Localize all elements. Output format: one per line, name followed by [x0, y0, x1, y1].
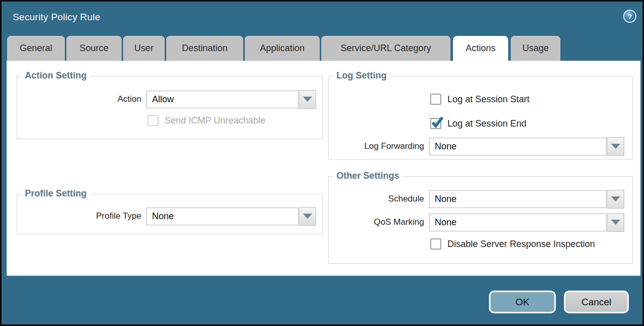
profile-type-select-field[interactable]: None [146, 208, 298, 225]
tab-user[interactable]: User [123, 36, 165, 61]
log-session-start-checkbox[interactable] [430, 94, 441, 105]
action-row: Action Allow [17, 90, 322, 108]
log-session-end-label: Log at Session End [447, 118, 526, 129]
schedule-select-field[interactable]: None [429, 190, 607, 208]
other-settings-legend: Other Settings [333, 171, 403, 181]
profile-type-select-value: None [152, 211, 174, 222]
profile-type-select-arrow-button[interactable] [299, 207, 316, 226]
icmp-unreachable-row: Send ICMP Unreachable [147, 115, 266, 126]
checkmark-icon [431, 116, 444, 129]
action-select[interactable]: Allow [146, 90, 316, 109]
qos-marking-row: QoS Marking None [329, 213, 632, 231]
tab-general[interactable]: General [7, 36, 65, 61]
log-forwarding-select[interactable]: None [429, 137, 624, 156]
log-session-start-row: Log at Session Start [430, 94, 529, 105]
chevron-down-icon [611, 196, 620, 201]
qos-marking-label: QoS Marking [329, 217, 424, 227]
log-forwarding-select-arrow-button[interactable] [607, 137, 624, 156]
log-session-end-row: Log at Session End [430, 118, 526, 129]
cancel-button[interactable]: Cancel [564, 291, 629, 313]
tab-application[interactable]: Application [245, 36, 320, 61]
log-session-end-checkbox[interactable] [430, 118, 441, 129]
action-select-arrow-button[interactable] [299, 90, 316, 109]
disable-server-response-inspection-checkbox[interactable] [430, 238, 441, 250]
security-policy-rule-dialog: Security Policy Rule ? General Source Us… [0, 0, 644, 326]
action-select-field[interactable]: Allow [146, 91, 298, 108]
log-forwarding-label: Log Forwarding [329, 141, 424, 151]
chevron-down-icon [611, 144, 620, 149]
schedule-select-value: None [435, 194, 457, 205]
chevron-down-icon [611, 220, 620, 225]
schedule-label: Schedule [329, 194, 424, 204]
tab-service-url-category[interactable]: Service/URL Category [321, 36, 450, 61]
question-mark-glyph: ? [627, 12, 632, 21]
tab-source[interactable]: Source [66, 36, 122, 61]
profile-setting-group: Profile Setting Profile Type None [17, 194, 323, 234]
profile-type-select[interactable]: None [146, 207, 316, 226]
qos-marking-select-arrow-button[interactable] [607, 213, 624, 232]
actions-tab-panel: Action Setting Action Allow Send ICMP Un… [7, 61, 640, 276]
tab-bar: General Source User Destination Applicat… [2, 36, 642, 61]
tab-actions[interactable]: Actions [453, 36, 508, 61]
profile-type-label: Profile Type [17, 211, 141, 221]
dialog-title: Security Policy Rule [13, 12, 100, 23]
log-forwarding-row: Log Forwarding None [329, 137, 632, 155]
profile-type-row: Profile Type None [17, 207, 322, 225]
qos-marking-select[interactable]: None [429, 213, 624, 232]
other-settings-group: Other Settings Schedule None QoS Marking… [328, 176, 633, 264]
schedule-row: Schedule None [329, 190, 632, 208]
log-forwarding-select-value: None [435, 141, 457, 152]
action-setting-legend: Action Setting [21, 70, 90, 81]
chevron-down-icon [303, 214, 312, 219]
tab-usage[interactable]: Usage [511, 36, 560, 61]
action-select-value: Allow [152, 94, 174, 105]
chevron-down-icon [303, 97, 312, 102]
action-setting-group: Action Setting Action Allow Send ICMP Un… [17, 76, 323, 139]
ok-button[interactable]: OK [489, 291, 556, 313]
dsri-row: Disable Server Response Inspection [430, 238, 595, 250]
disable-server-response-inspection-label: Disable Server Response Inspection [447, 239, 595, 250]
log-session-start-label: Log at Session Start [447, 94, 529, 105]
qos-marking-select-value: None [435, 217, 457, 228]
schedule-select[interactable]: None [429, 190, 624, 209]
help-icon[interactable]: ? [623, 10, 636, 23]
action-label: Action [17, 94, 141, 104]
send-icmp-unreachable-checkbox [147, 115, 159, 126]
tab-destination[interactable]: Destination [166, 36, 243, 61]
profile-setting-legend: Profile Setting [21, 188, 90, 199]
log-setting-group: Log Setting Log at Session Start Log at … [328, 76, 633, 159]
log-forwarding-select-field[interactable]: None [429, 138, 607, 155]
schedule-select-arrow-button[interactable] [607, 190, 624, 209]
send-icmp-unreachable-label: Send ICMP Unreachable [165, 115, 266, 126]
qos-marking-select-field[interactable]: None [429, 214, 607, 231]
log-setting-legend: Log Setting [333, 70, 390, 81]
